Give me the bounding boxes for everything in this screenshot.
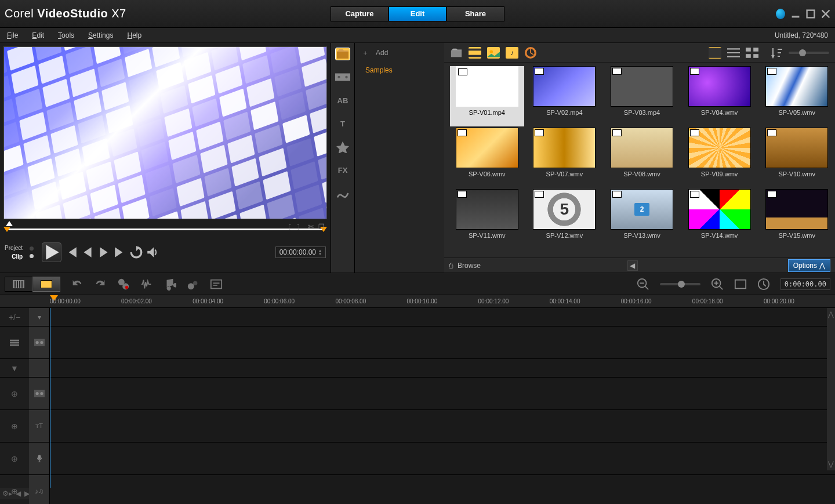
clip-item[interactable]: SP-V02.mp4: [528, 66, 602, 126]
voice-track[interactable]: [50, 443, 835, 474]
clip-item[interactable]: SP-V04.wmv: [682, 66, 757, 126]
zoom-in-icon[interactable]: [711, 278, 724, 291]
timeline-vscroll[interactable]: ⋀⋁: [827, 308, 835, 470]
chapter-track[interactable]: [50, 308, 835, 326]
subtitle-icon[interactable]: [210, 278, 223, 291]
music-track-icon[interactable]: ♪♫: [29, 475, 50, 504]
add-folder-button[interactable]: ＋ Add: [355, 43, 444, 63]
mode-label-project[interactable]: Project: [5, 245, 23, 251]
view-list-icon[interactable]: [727, 47, 740, 59]
go-end-icon[interactable]: [114, 246, 126, 259]
add-chapter-icon[interactable]: ▾: [29, 308, 50, 326]
track-manager-icon[interactable]: [0, 327, 29, 358]
clip-item[interactable]: SP-V11.wmv: [450, 189, 524, 249]
title-track[interactable]: [50, 410, 835, 442]
voice-track-icon[interactable]: [29, 443, 50, 474]
track-motion-icon[interactable]: [187, 278, 199, 291]
prev-frame-icon[interactable]: [81, 246, 94, 259]
video-track[interactable]: [50, 327, 835, 358]
zoom-slider[interactable]: [660, 283, 700, 285]
menu-edit[interactable]: Edit: [32, 31, 44, 39]
bracket-out-icon[interactable]: 〕: [296, 223, 303, 233]
instant-project-icon[interactable]: [335, 71, 350, 84]
storyboard-view-button[interactable]: [5, 277, 32, 292]
timeline-view-button[interactable]: [32, 277, 60, 292]
zoom-out-icon[interactable]: [637, 278, 649, 291]
fit-project-icon[interactable]: [734, 278, 747, 291]
track-toggle-icon[interactable]: +/−: [0, 308, 29, 326]
clip-item[interactable]: SP-V14.wmv: [682, 189, 757, 249]
clip-item[interactable]: SP-V07.wmv: [528, 128, 602, 188]
overlay-track-icon[interactable]: [29, 378, 50, 409]
timeline-ruler[interactable]: 00:00:00.0000:00:02.0000:00:04.0000:00:0…: [0, 295, 835, 308]
collapse-library-icon[interactable]: ◀: [627, 260, 638, 271]
bracket-in-icon[interactable]: 〔: [285, 223, 292, 233]
menu-help[interactable]: Help: [127, 31, 141, 39]
overlay-track[interactable]: [50, 378, 835, 409]
sort-icon[interactable]: [770, 47, 783, 59]
repeat-icon[interactable]: [130, 246, 143, 259]
graphics-icon[interactable]: [335, 140, 350, 153]
menu-tools[interactable]: Tools: [58, 31, 74, 39]
close-icon[interactable]: [821, 9, 830, 19]
clip-item[interactable]: SP-V05.wmv: [760, 66, 834, 126]
project-duration-icon[interactable]: [757, 278, 770, 291]
clip-item[interactable]: SP-V01.mp4: [450, 66, 524, 126]
tab-capture[interactable]: Capture: [331, 6, 389, 21]
clip-item[interactable]: SP-V09.wmv: [682, 128, 757, 188]
tab-edit[interactable]: Edit: [389, 6, 446, 21]
folder-samples[interactable]: Samples: [355, 63, 444, 78]
overlay-visibility-icon[interactable]: ⊕: [0, 378, 29, 409]
music-visibility-icon[interactable]: ⊕: [0, 475, 29, 504]
music-track[interactable]: [50, 475, 835, 504]
multi-trim-icon[interactable]: ❐: [318, 223, 325, 233]
undo-icon[interactable]: [71, 278, 84, 291]
next-frame-icon[interactable]: [97, 246, 110, 259]
maximize-icon[interactable]: [806, 9, 815, 19]
title-track-icon[interactable]: ᴛT: [29, 410, 50, 442]
browse-button[interactable]: ⎙ Browse: [449, 262, 481, 270]
expand-tracks-icon[interactable]: ▼: [0, 359, 29, 377]
transitions-icon[interactable]: AB: [335, 94, 350, 107]
import-media-icon[interactable]: [450, 47, 463, 59]
thumbnail-size-slider[interactable]: [789, 52, 829, 54]
auto-music-icon[interactable]: [164, 278, 176, 291]
view-thumbnails-icon[interactable]: [709, 47, 721, 59]
help-icon[interactable]: [776, 9, 785, 19]
clip-item[interactable]: 5SP-V12.wmv: [528, 189, 602, 249]
mode-label-clip[interactable]: Clip: [12, 253, 23, 260]
video-track-icon[interactable]: [29, 327, 50, 358]
record-icon[interactable]: [117, 278, 130, 291]
paths-icon[interactable]: [335, 187, 350, 200]
filters-icon[interactable]: FX: [335, 164, 350, 176]
filter-video-icon[interactable]: [469, 47, 481, 59]
clip-item[interactable]: SP-V13.wmv: [605, 189, 679, 249]
filter-photo-icon[interactable]: [487, 47, 500, 59]
minimize-icon[interactable]: [791, 9, 800, 19]
clip-item[interactable]: SP-V03.mp4: [605, 66, 679, 126]
preview-timecode[interactable]: 00:00:00.00 ▲▼: [275, 246, 326, 258]
redo-icon[interactable]: [94, 278, 107, 291]
options-button[interactable]: Options ⋀: [788, 259, 830, 272]
clip-item[interactable]: SP-V08.wmv: [605, 128, 679, 188]
filter-audio-icon[interactable]: ♪: [506, 47, 518, 59]
scrubber-playhead[interactable]: [6, 221, 13, 226]
scrubber[interactable]: 〔 〕 ✄ ❐: [3, 223, 327, 237]
clip-item[interactable]: SP-V15.wmv: [760, 189, 834, 249]
menu-settings[interactable]: Settings: [88, 31, 113, 39]
media-library-icon[interactable]: [335, 48, 350, 60]
tab-share[interactable]: Share: [446, 6, 504, 21]
menu-file[interactable]: File: [7, 31, 18, 39]
title-visibility-icon[interactable]: ⊕: [0, 410, 29, 442]
play-button[interactable]: [42, 242, 61, 262]
preview-canvas[interactable]: [3, 46, 327, 219]
filter-free-icon[interactable]: [524, 47, 537, 59]
titles-icon[interactable]: T: [335, 117, 350, 130]
voice-visibility-icon[interactable]: ⊕: [0, 443, 29, 474]
view-details-icon[interactable]: [746, 47, 758, 59]
timeline-timecode[interactable]: 0:00:00.00: [780, 278, 830, 290]
clip-item[interactable]: SP-V06.wmv: [450, 128, 524, 188]
cut-icon[interactable]: ✄: [308, 223, 314, 233]
audio-mixer-icon[interactable]: [140, 278, 153, 291]
volume-icon[interactable]: [146, 246, 159, 259]
